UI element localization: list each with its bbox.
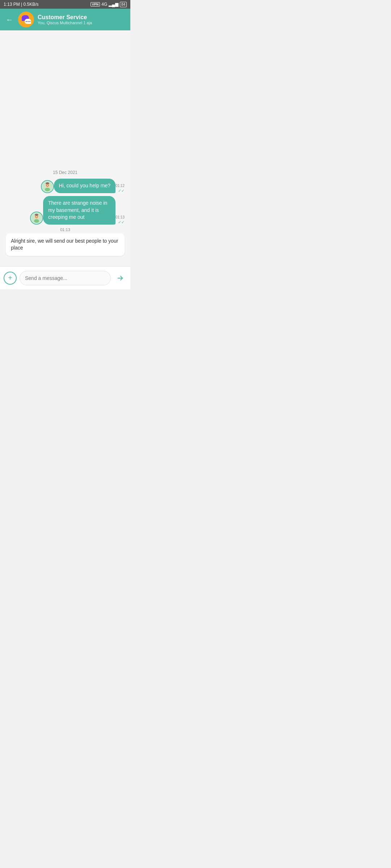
add-icon: + (8, 274, 12, 282)
msg-time-1: 01:12 (115, 184, 125, 188)
send-icon (116, 274, 124, 282)
msg-text-2: There are strange noise in my basement, … (48, 200, 107, 220)
back-button[interactable]: ← (4, 14, 14, 25)
dot2 (28, 21, 29, 22)
header-info: Customer Service You, Qiscus Multichanne… (38, 14, 126, 25)
status-time: 1:13 PM (4, 2, 20, 7)
message-row-1: 01:12 ✓✓ Hi, could you help me? (4, 179, 127, 193)
msg-avatar-2 (30, 212, 43, 225)
status-time-speed: 1:13 PM | 0.5KB/s (4, 2, 39, 7)
dot3 (29, 21, 30, 22)
svg-point-4 (46, 185, 47, 186)
bubble-front (25, 19, 31, 24)
header-subtitle: You, Qiscus Multichannel 1 aja (38, 21, 126, 25)
chat-bubble-icon (21, 14, 31, 25)
svg-point-2 (46, 182, 49, 184)
battery-icon: 84 (120, 2, 127, 7)
msg-ticks-1: ✓✓ (118, 188, 125, 193)
received-time-3: 01:13 (4, 227, 127, 232)
battery-level: 84 (121, 3, 125, 7)
msg-bubble-2: There are strange noise in my basement, … (43, 196, 115, 225)
msg-time-2: 01:13 (115, 215, 125, 219)
chat-area: 15 Dec 2021 01:12 ✓✓ Hi, could you help … (0, 30, 130, 266)
msg-bubble-1: Hi, could you help me? (54, 179, 115, 193)
status-speed: 0.5KB/s (24, 2, 39, 7)
svg-point-10 (35, 216, 36, 217)
person-avatar-svg-2 (31, 213, 42, 224)
send-button[interactable] (114, 272, 127, 285)
msg-meta-2: 01:13 ✓✓ (115, 215, 125, 225)
msg-avatar-1 (41, 180, 54, 193)
input-bar: + (0, 266, 130, 289)
signal-icon: ▂▄▆ (109, 2, 118, 7)
group-avatar (18, 12, 34, 27)
add-button[interactable]: + (4, 272, 17, 285)
agent-msg-text: Alright sire, we will send our best peop… (11, 238, 119, 252)
person-avatar-svg-1 (42, 181, 53, 192)
status-bar: 1:13 PM | 0.5KB/s VPN 4G ▂▄▆ 84 (0, 0, 130, 9)
msg-text-1: Hi, could you help me? (59, 183, 110, 188)
svg-point-3 (45, 188, 50, 191)
dot1 (26, 21, 27, 22)
bubble-dots (26, 21, 30, 22)
chat-spacer (4, 35, 127, 166)
svg-point-5 (48, 185, 49, 186)
vpn-badge: VPN (91, 2, 100, 7)
header-title: Customer Service (38, 14, 126, 21)
svg-point-8 (35, 214, 38, 216)
svg-point-11 (37, 216, 38, 217)
date-divider: 15 Dec 2021 (4, 170, 127, 175)
network-label: 4G (101, 2, 107, 7)
msg-meta-1: 01:12 ✓✓ (115, 184, 125, 193)
message-input[interactable] (20, 271, 111, 285)
svg-point-9 (34, 219, 39, 223)
status-right-icons: VPN 4G ▂▄▆ 84 (91, 2, 127, 7)
message-row-2: 01:13 ✓✓ There are strange noise in my b… (4, 196, 127, 225)
msg-ticks-2: ✓✓ (118, 220, 125, 225)
received-block-3: 01:13 Alright sire, we will send our bes… (4, 227, 127, 259)
agent-msg-container: Alright sire, we will send our best peop… (6, 233, 125, 256)
chat-header: ← Customer Service You, Qiscus Multichan… (0, 9, 130, 30)
